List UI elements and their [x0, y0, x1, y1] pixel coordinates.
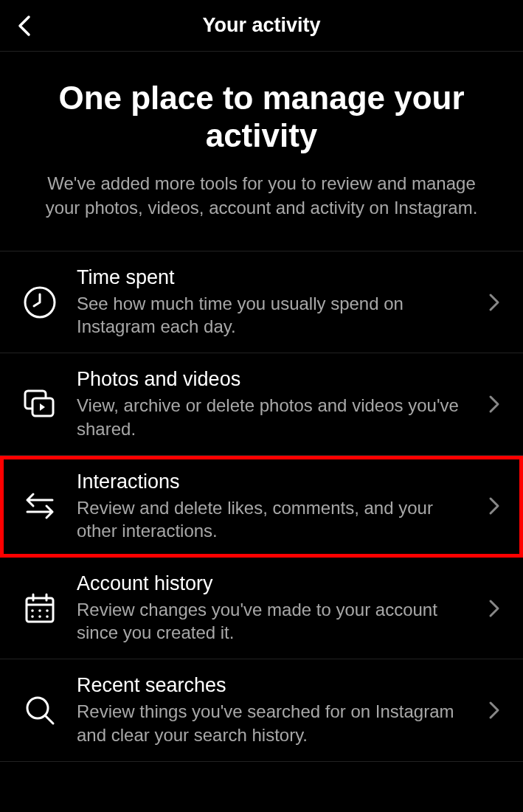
intro-subtitle: We've added more tools for you to review… [30, 172, 493, 220]
svg-point-10 [27, 698, 48, 718]
svg-point-4 [31, 609, 34, 612]
activity-list: Time spent See how much time you usually… [0, 251, 523, 762]
svg-point-8 [38, 615, 41, 618]
header: Your activity [0, 0, 523, 52]
item-desc: Review changes you've made to your accou… [77, 598, 476, 644]
chevron-right-icon [483, 293, 505, 312]
list-item-recent-searches[interactable]: Recent searches Review things you've sea… [0, 659, 523, 761]
chevron-right-icon [483, 701, 505, 720]
item-title: Interactions [77, 471, 476, 493]
svg-point-5 [38, 609, 41, 612]
media-icon [18, 386, 62, 422]
item-title: Time spent [77, 266, 476, 289]
item-desc: Review things you've searched for on Ins… [77, 700, 476, 746]
list-item-time-spent[interactable]: Time spent See how much time you usually… [0, 251, 523, 353]
svg-point-6 [46, 609, 49, 612]
list-item-interactions[interactable]: Interactions Review and delete likes, co… [0, 456, 523, 558]
item-desc: See how much time you usually spend on I… [77, 292, 476, 338]
item-text: Time spent See how much time you usually… [77, 266, 483, 338]
item-title: Photos and videos [77, 368, 476, 391]
intro-title: One place to manage your activity [30, 80, 493, 154]
chevron-left-icon [15, 14, 32, 38]
chevron-right-icon [483, 395, 505, 414]
chevron-right-icon [483, 496, 505, 516]
back-button[interactable] [9, 11, 38, 41]
chevron-right-icon [483, 599, 505, 618]
clock-icon [18, 285, 62, 319]
list-item-account-history[interactable]: Account history Review changes you've ma… [0, 558, 523, 659]
item-desc: View, archive or delete photos and video… [77, 394, 476, 440]
item-desc: Review and delete likes, comments, and y… [77, 496, 476, 542]
search-icon [18, 693, 62, 727]
item-title: Account history [77, 572, 476, 595]
list-item-photos-videos[interactable]: Photos and videos View, archive or delet… [0, 353, 523, 455]
item-text: Recent searches Review things you've sea… [77, 674, 483, 746]
arrows-swap-icon [18, 490, 62, 522]
intro-section: One place to manage your activity We've … [0, 52, 523, 251]
svg-point-9 [46, 615, 49, 618]
svg-point-7 [31, 615, 34, 618]
item-text: Account history Review changes you've ma… [77, 572, 483, 644]
item-title: Recent searches [77, 674, 476, 697]
item-text: Photos and videos View, archive or delet… [77, 368, 483, 440]
calendar-icon [18, 591, 62, 625]
item-text: Interactions Review and delete likes, co… [77, 471, 483, 542]
page-title: Your activity [0, 14, 523, 37]
